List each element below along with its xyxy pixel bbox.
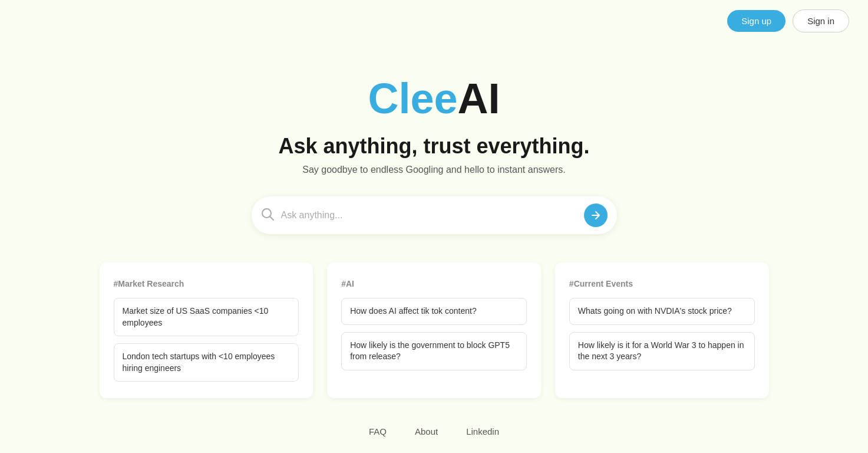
- card-item-0-1[interactable]: London tech startups with <10 employees …: [114, 343, 299, 382]
- hero-subtitle: Say goodbye to endless Googling and hell…: [302, 165, 566, 175]
- search-bar: [252, 196, 617, 234]
- signin-button[interactable]: Sign in: [793, 9, 849, 32]
- footer: FAQAboutLinkedin: [0, 398, 868, 451]
- header: Sign up Sign in: [0, 0, 868, 42]
- card-item-2-0[interactable]: Whats going on with NVDIA's stock price?: [569, 298, 755, 325]
- card-items-1: How does AI affect tik tok content?How l…: [341, 298, 527, 370]
- card-0: #Market ResearchMarket size of US SaaS c…: [100, 262, 313, 398]
- card-items-0: Market size of US SaaS companies <10 emp…: [114, 298, 299, 382]
- footer-link-linkedin[interactable]: Linkedin: [466, 426, 499, 436]
- logo-clee: Clee: [368, 75, 457, 122]
- svg-line-1: [270, 216, 273, 220]
- card-item-0-0[interactable]: Market size of US SaaS companies <10 emp…: [114, 298, 299, 336]
- card-item-1-0[interactable]: How does AI affect tik tok content?: [341, 298, 527, 325]
- card-tag-1: #AI: [341, 279, 527, 288]
- card-item-1-1[interactable]: How likely is the government to block GP…: [341, 332, 527, 370]
- card-tag-0: #Market Research: [114, 279, 299, 288]
- search-input[interactable]: [281, 210, 584, 221]
- footer-link-about[interactable]: About: [415, 426, 438, 436]
- logo: CleeAI: [368, 77, 500, 120]
- cards-section: #Market ResearchMarket size of US SaaS c…: [81, 262, 788, 398]
- hero-section: CleeAI Ask anything, trust everything. S…: [0, 42, 868, 262]
- card-items-2: Whats going on with NVDIA's stock price?…: [569, 298, 755, 370]
- card-tag-2: #Current Events: [569, 279, 755, 288]
- search-submit-button[interactable]: [584, 203, 608, 227]
- card-2: #Current EventsWhats going on with NVDIA…: [555, 262, 769, 398]
- card-item-2-1[interactable]: How likely is it for a World War 3 to ha…: [569, 332, 755, 370]
- card-1: #AIHow does AI affect tik tok content?Ho…: [327, 262, 541, 398]
- signup-button[interactable]: Sign up: [727, 10, 786, 32]
- logo-ai: AI: [458, 75, 500, 122]
- svg-point-0: [262, 209, 271, 218]
- footer-link-faq[interactable]: FAQ: [369, 426, 387, 436]
- hero-title: Ask anything, trust everything.: [278, 134, 589, 159]
- search-icon: [261, 208, 274, 224]
